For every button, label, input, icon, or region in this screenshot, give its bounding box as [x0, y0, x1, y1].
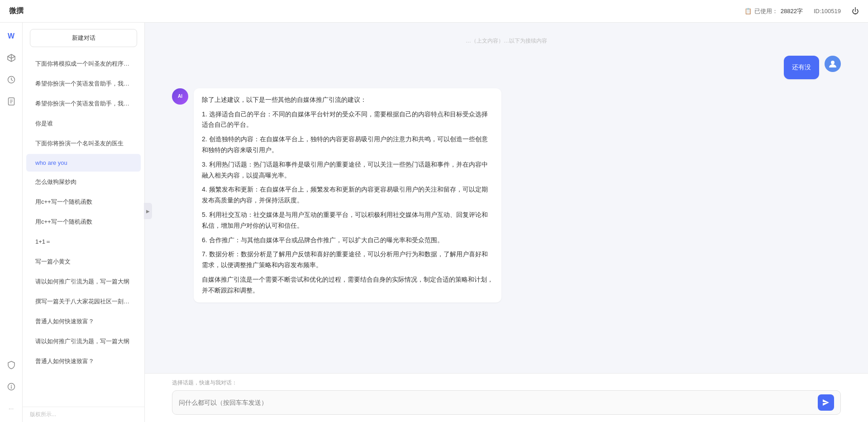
message-bubble-ai: 除了上述建议，以下是一些其他的自媒体推广引流的建议：1. 选择适合自己的平台：不…	[194, 88, 501, 302]
chat-sidebar: 新建对话 下面你将模拟成一个叫圣友的程序员，我说...希望你扮演一个英语发音助手…	[23, 23, 145, 422]
truncated-indicator: …（上文内容）…以下为接续内容	[172, 32, 841, 50]
chat-list-item[interactable]: 写一篇小黄文	[26, 252, 141, 271]
sidebar-bottom: 版权所示...	[23, 407, 144, 422]
message-paragraph: 6. 合作推广：与其他自媒体平台或品牌合作推广，可以扩大自己的曝光率和受众范围。	[202, 235, 493, 246]
chat-list-item[interactable]: 下面你将扮演一个名叫圣友的医生	[26, 134, 141, 153]
messages-container: …（上文内容）…以下为接续内容 还有没AI除了上述建议，以下是一些其他的自媒体推…	[145, 23, 868, 373]
chat-list-item[interactable]: who are you	[26, 154, 141, 172]
message-paragraph: 7. 数据分析：数据分析是了解用户反馈和喜好的重要途径，可以分析用户行为和数据，…	[202, 249, 493, 271]
clock-icon[interactable]	[5, 73, 18, 86]
chat-list-item[interactable]: 普通人如何快速致富？	[26, 312, 141, 331]
new-chat-button[interactable]: 新建对话	[30, 29, 137, 47]
message-paragraph: 5. 利用社交互动：社交媒体是与用户互动的重要平台，可以积极利用社交媒体与用户互…	[202, 210, 493, 231]
doc-icon[interactable]	[5, 95, 18, 108]
user-avatar	[825, 56, 841, 72]
topbar-right: 📋 已使用： 28822字 ID:100519 ⏻	[744, 7, 859, 15]
main-layout: W ··· 新建对话 下面你将模拟成一个叫圣友的程序员，我说...希望你扮演一个…	[0, 23, 868, 422]
chat-list-item[interactable]: 1+1＝	[26, 232, 141, 251]
message-row-user: 还有没	[172, 56, 841, 79]
chat-list: 下面你将模拟成一个叫圣友的程序员，我说...希望你扮演一个英语发音助手，我提供给…	[23, 53, 144, 407]
chat-list-item[interactable]: 请以如何推广引流为题，写一篇大纲	[26, 272, 141, 291]
cube-icon[interactable]	[5, 52, 18, 64]
user-id: ID:100519	[814, 8, 841, 14]
quick-topics-label: 选择话题，快速与我对话：	[172, 379, 841, 387]
ai-avatar: AI	[172, 88, 188, 105]
app-title: 微撰	[9, 6, 24, 16]
chat-list-item[interactable]: 用c++写一个随机函数	[26, 212, 141, 231]
message-paragraph: 自媒体推广引流是一个需要不断尝试和优化的过程，需要结合自身的实际情况，制定合适的…	[202, 274, 493, 296]
bottom-text: 版权所示...	[30, 411, 56, 417]
chat-list-item[interactable]: 你是谁	[26, 114, 141, 133]
chat-list-item[interactable]: 下面你将模拟成一个叫圣友的程序员，我说...	[26, 54, 141, 73]
chat-list-item[interactable]: 用c++写一个随机函数	[26, 192, 141, 211]
chat-main: …（上文内容）…以下为接续内容 还有没AI除了上述建议，以下是一些其他的自媒体推…	[145, 23, 868, 422]
logo-icon[interactable]: W	[5, 30, 18, 43]
input-area: 选择话题，快速与我对话：	[145, 373, 868, 422]
chat-list-item[interactable]: 撰写一篇关于八大家花园社区一刻钟便民生...	[26, 292, 141, 311]
chat-list-item[interactable]: 请以如何推广引流为题，写一篇大纲	[26, 332, 141, 351]
collapse-toggle[interactable]: ▶	[144, 203, 152, 219]
send-button[interactable]	[818, 394, 834, 411]
usage-info: 📋 已使用： 28822字	[744, 7, 803, 15]
info-icon[interactable]	[5, 380, 18, 393]
message-bubble-user: 还有没	[784, 56, 819, 79]
message-paragraph: 除了上述建议，以下是一些其他的自媒体推广引流的建议：	[202, 95, 493, 106]
input-row	[172, 390, 841, 415]
message-paragraph: 3. 利用热门话题：热门话题和事件是吸引用户的重要途径，可以关注一些热门话题和事…	[202, 159, 493, 181]
message-paragraph: 2. 创造独特的内容：在自媒体平台上，独特的内容更容易吸引用户的注意力和共鸣，可…	[202, 134, 493, 156]
svg-point-6	[11, 385, 12, 386]
message-paragraph: 4. 频繁发布和更新：在自媒体平台上，频繁发布和更新的内容更容易吸引用户的关注和…	[202, 184, 493, 206]
usage-label: 已使用：	[754, 7, 778, 15]
chat-list-item[interactable]: 普通人如何快速致富？	[26, 352, 141, 371]
usage-icon: 📋	[744, 8, 752, 14]
message-paragraph: 1. 选择适合自己的平台：不同的自媒体平台针对的受众不同，需要根据自己的内容特点…	[202, 109, 493, 131]
icon-sidebar: W ···	[0, 23, 23, 422]
chat-input[interactable]	[179, 399, 813, 406]
chat-list-item[interactable]: 怎么做狗屎炒肉	[26, 173, 141, 192]
power-icon[interactable]: ⏻	[852, 7, 859, 15]
usage-value: 28822字	[781, 7, 803, 15]
message-row-ai: AI除了上述建议，以下是一些其他的自媒体推广引流的建议：1. 选择适合自己的平台…	[172, 88, 841, 302]
dots-icon[interactable]: ···	[5, 402, 18, 415]
chat-list-item[interactable]: 希望你扮演一个英语发音助手，我提供给你...	[26, 74, 141, 93]
svg-point-8	[831, 61, 835, 64]
topbar: 微撰 📋 已使用： 28822字 ID:100519 ⏻	[0, 0, 868, 23]
chat-list-item[interactable]: 希望你扮演一个英语发音助手，我提供给你...	[26, 94, 141, 113]
shield-icon[interactable]	[5, 359, 18, 371]
